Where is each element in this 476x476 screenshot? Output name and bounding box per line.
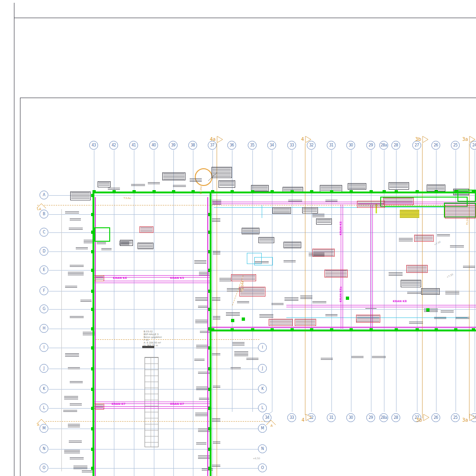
detail-tag-label: T5.34a [199, 178, 202, 194]
column-marker [231, 190, 234, 193]
column-marker [91, 388, 94, 391]
annotation-cluster [65, 353, 79, 357]
grid-bubble-top: 31 [327, 141, 336, 150]
annotation-cluster [80, 300, 92, 303]
annotation-cluster [196, 345, 208, 349]
annotation-box [212, 167, 232, 178]
annotation-cluster [73, 466, 87, 470]
grid-bubble-left: H [40, 324, 48, 333]
section-flag-icon [217, 136, 224, 143]
grid-bubble-left: O [40, 463, 48, 472]
red-annotation-box [383, 198, 414, 205]
column-marker [208, 467, 212, 470]
column-marker [208, 308, 212, 311]
annotation-cluster [196, 387, 208, 391]
annotation-cluster [194, 260, 206, 264]
column-marker [91, 367, 94, 370]
grid-bubble-left: F [40, 286, 48, 295]
grid-bubble-top: 26 [431, 141, 440, 150]
section-triangle-label: A [37, 423, 46, 428]
annotation-cluster [445, 291, 459, 295]
column-marker [330, 190, 333, 193]
annotation-cluster [198, 456, 210, 460]
annotation-cluster [70, 457, 84, 460]
column-marker [350, 190, 353, 193]
red-annotation-box [357, 201, 385, 208]
column-marker [172, 190, 175, 193]
detail-line-cyan [214, 207, 476, 208]
red-annotation-box [312, 249, 335, 257]
column-marker [91, 213, 94, 216]
crane-rail [94, 408, 211, 409]
annotation-cluster [65, 286, 77, 289]
red-annotation-box [95, 403, 104, 410]
floor-plan-canvas[interactable]: 43424140393837363534333231302928a2827262… [0, 0, 476, 476]
grid-line-vertical [193, 150, 193, 476]
annotation-cluster [148, 182, 160, 185]
crane-label: KRAN K8 [393, 299, 407, 303]
annotation-cluster [372, 356, 386, 359]
column-marker [208, 327, 212, 331]
column-marker [208, 290, 212, 293]
grid-bubble-right: I [258, 343, 267, 352]
annotation-cluster [389, 272, 403, 277]
column-marker [91, 346, 94, 350]
dimension-line [61, 209, 62, 471]
grid-line-vertical [134, 150, 134, 476]
elevation-label: +6,50 [253, 457, 260, 460]
grid-line-horizontal [49, 232, 476, 233]
section-flag-icon [469, 136, 476, 143]
grid-line-vertical [272, 150, 272, 412]
section-flag-icon [423, 414, 430, 421]
detail-circle-icon [195, 168, 212, 186]
column-marker [91, 427, 94, 430]
annotation-cluster [70, 403, 82, 406]
annotation-cluster [284, 260, 296, 263]
column-marker [310, 190, 313, 193]
grid-bubble-top: 28 [391, 141, 400, 150]
grid-bubble-top: 43 [89, 141, 98, 150]
column-marker [91, 250, 94, 253]
annotation-cluster [463, 266, 475, 269]
section-line-dashed [46, 421, 267, 422]
crane-rail [94, 275, 211, 276]
wall [210, 192, 212, 476]
plan-border [20, 98, 20, 476]
annotation-cluster [195, 413, 207, 417]
annotation-cluster [70, 218, 81, 221]
column-marker [93, 190, 96, 193]
annotation-cluster [69, 441, 82, 443]
section-flag-icon [305, 136, 312, 143]
column-marker [231, 319, 234, 322]
annotation-cluster [63, 410, 77, 413]
red-annotation-box [445, 205, 476, 218]
annotation-cluster [198, 372, 210, 375]
section-flag-icon [422, 136, 429, 143]
annotation-cluster [64, 396, 78, 400]
annotation-box [302, 207, 318, 213]
column-marker [472, 328, 475, 331]
grid-bubble-left: A [40, 191, 48, 199]
column-marker [208, 388, 212, 391]
annotation-box [421, 288, 440, 295]
column-marker [91, 308, 94, 311]
annotation-cluster [70, 381, 83, 384]
annotation-cluster [212, 353, 220, 356]
column-marker [208, 448, 212, 451]
grid-bubble-top: 30 [346, 141, 355, 150]
annotation-cluster [131, 184, 145, 187]
annotation-cluster [70, 265, 84, 268]
grid-bubble-top: 38 [188, 141, 197, 150]
grid-line-vertical [173, 150, 174, 476]
column-marker [251, 190, 254, 193]
column-marker [91, 231, 94, 234]
annotation-cluster [271, 303, 284, 306]
section-triangle-label: A [271, 424, 277, 429]
annotation-cluster [64, 450, 80, 454]
column-marker [208, 250, 212, 253]
detail-tag-label: T5.04a [241, 275, 245, 292]
column-marker [208, 213, 212, 216]
column-marker [395, 190, 398, 193]
column-marker [291, 190, 294, 193]
annotation-cluster [409, 322, 423, 324]
